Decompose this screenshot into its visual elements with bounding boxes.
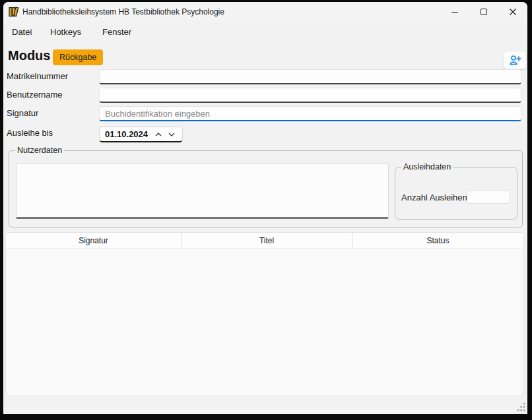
window-title: Handbibliotheksleihsystem HB Testbibliot… [22, 2, 224, 22]
column-header-titel[interactable]: Titel [182, 233, 352, 248]
maximize-icon [481, 9, 487, 15]
signatur-label: Signatur [7, 108, 38, 118]
menu-item-fenster[interactable]: Fenster [100, 26, 134, 38]
table-header: Signatur Titel Status [6, 233, 523, 249]
app-window: Handbibliotheksleihsystem HB Testbibliot… [3, 2, 527, 414]
benutzername-label: Benutzername [7, 90, 63, 100]
spin-up-button[interactable] [152, 128, 165, 141]
matrikelnummer-input[interactable] [99, 69, 521, 84]
anzahl-ausleihen-label: Anzahl Ausleihen [401, 193, 467, 202]
ausleihdaten-legend: Ausleihdaten [401, 162, 453, 172]
chevron-down-icon [168, 132, 176, 137]
signatur-input[interactable] [99, 106, 521, 121]
add-user-button[interactable] [503, 51, 527, 69]
column-header-status[interactable]: Status [352, 233, 523, 248]
window-frame: Handbibliotheksleihsystem HB Testbibliot… [0, 0, 532, 420]
resize-grip[interactable] [517, 402, 525, 411]
matrikelnummer-label: Matrikelnummer [7, 71, 68, 81]
minimize-button[interactable] [440, 2, 469, 22]
library-books-icon [8, 6, 20, 18]
spin-down-button[interactable] [165, 128, 178, 141]
menu-item-hotkeys[interactable]: Hotkeys [48, 26, 84, 38]
ausleihe-bis-value: 01.10.2024 [105, 129, 152, 139]
nutzerdaten-group: Nutzerdaten Ausleihdaten Anzahl Ausleihe… [9, 150, 523, 227]
menu-bar: Datei Hotkeys Fenster [3, 22, 527, 42]
mode-badge[interactable]: Rückgabe [53, 49, 103, 65]
close-button[interactable] [498, 2, 527, 22]
table-body[interactable] [6, 249, 523, 396]
results-table: Signatur Titel Status [5, 232, 524, 396]
page-title: Modus [8, 48, 50, 63]
close-icon [509, 8, 517, 16]
anzahl-ausleihen-input[interactable] [467, 190, 510, 204]
chevron-up-icon [154, 132, 162, 137]
ausleihdaten-group: Ausleihdaten Anzahl Ausleihen [395, 167, 517, 220]
maximize-button[interactable] [469, 2, 498, 22]
person-add-icon [509, 55, 521, 66]
ausleihe-bis-label: Ausleihe bis [7, 128, 53, 138]
minimize-icon [451, 12, 458, 13]
benutzername-input[interactable] [99, 88, 521, 103]
ausleihe-bis-spinbox[interactable]: 01.10.2024 [99, 127, 183, 142]
column-header-signatur[interactable]: Signatur [6, 233, 182, 248]
title-bar: Handbibliotheksleihsystem HB Testbibliot… [3, 2, 527, 22]
menu-item-datei[interactable]: Datei [9, 26, 34, 38]
nutzerdaten-legend: Nutzerdaten [15, 146, 64, 156]
userdata-textarea[interactable] [16, 164, 389, 219]
